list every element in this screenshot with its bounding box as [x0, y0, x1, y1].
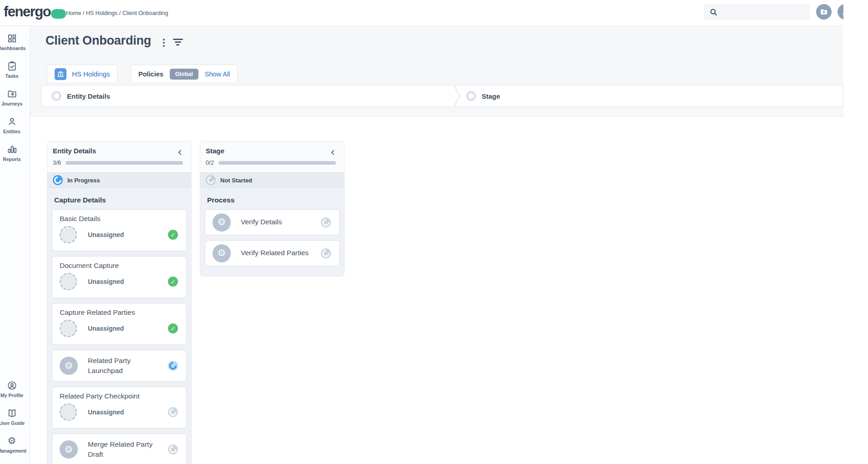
- journeys-icon: [6, 88, 17, 99]
- card-title: Verify Details: [241, 217, 282, 227]
- task-card-related-party-launchpad[interactable]: Related Party Launchpad: [52, 350, 187, 382]
- policies-group: Policies Global Show All: [131, 65, 238, 83]
- step-label: Entity Details: [67, 92, 110, 100]
- bank-icon: [55, 68, 66, 80]
- task-card-capture-related-parties[interactable]: Capture Related Parties Unassigned: [52, 303, 187, 345]
- logo-pill-icon: [51, 9, 66, 19]
- assignee-row: Unassigned: [60, 273, 178, 290]
- app-window: fenergo Home / HS Holdings / Client Onbo…: [0, 0, 843, 464]
- in-progress-status-icon: [168, 361, 178, 371]
- collapse-column-icon[interactable]: [178, 150, 184, 156]
- step-separator-chevron: [453, 85, 461, 107]
- task-card-verify-details[interactable]: Verify Details: [205, 209, 340, 235]
- sidebar-item-tasks[interactable]: Tasks: [0, 61, 24, 79]
- column-status-row: In Progress: [47, 172, 191, 188]
- sidebar-label: Dashboards: [0, 45, 25, 51]
- not-started-status-icon: [321, 248, 331, 258]
- global-search: [704, 4, 809, 20]
- unassigned-avatar[interactable]: [60, 403, 77, 421]
- progress-bar: [66, 161, 183, 165]
- card-title: Merge Related Party Draft: [88, 439, 166, 460]
- assignee-label: Unassigned: [88, 325, 124, 332]
- gear-icon: ⚙: [6, 435, 17, 446]
- task-card-merge-related-party-draft[interactable]: Merge Related Party Draft: [52, 434, 187, 464]
- column-progress: 3/6: [53, 159, 183, 166]
- assignee-label: Unassigned: [88, 409, 124, 416]
- unassigned-avatar[interactable]: [60, 273, 77, 290]
- tasks-icon: [6, 61, 17, 71]
- sidebar-top-group: Dashboards Tasks: [0, 33, 24, 171]
- search-input[interactable]: [720, 5, 807, 19]
- unassigned-avatar[interactable]: [60, 226, 77, 243]
- complete-status-icon: [168, 230, 178, 240]
- progress-count: 3/6: [53, 159, 61, 166]
- assignee-row: Unassigned: [60, 403, 178, 421]
- step-label: Stage: [482, 92, 500, 100]
- user-icon: [841, 8, 843, 16]
- reports-icon: [6, 144, 17, 155]
- sidebar-item-dashboards[interactable]: Dashboards: [0, 33, 24, 51]
- column-title: Stage: [206, 147, 336, 155]
- unassigned-avatar[interactable]: [60, 320, 77, 337]
- profile-icon: [6, 380, 17, 391]
- card-title: Verify Related Parties: [241, 248, 309, 258]
- sidebar-label: Entities: [3, 129, 20, 134]
- sidebar-label: Management: [0, 448, 26, 454]
- sidebar-label: Reports: [3, 156, 21, 162]
- card-title: Related Party Launchpad: [88, 356, 166, 376]
- progress-bar: [218, 161, 336, 165]
- show-all-link[interactable]: Show All: [205, 71, 230, 78]
- sidebar-item-reports[interactable]: Reports: [0, 144, 24, 162]
- entity-column-body: Capture Details Basic Details Unassigned…: [47, 188, 191, 464]
- task-card-verify-related-parties[interactable]: Verify Related Parties: [205, 240, 340, 266]
- sidebar-item-management[interactable]: ⚙ Management: [0, 435, 24, 454]
- entities-icon: [6, 116, 17, 127]
- complete-status-icon: [168, 277, 178, 287]
- sidebar-item-entities[interactable]: Entities: [0, 116, 24, 134]
- entity-chip-hs-holdings[interactable]: HS Holdings: [47, 65, 117, 83]
- stage-column: Stage 0/2 Not Started Process Verify Det…: [200, 141, 345, 277]
- process-gear-icon: [60, 440, 78, 459]
- fenergo-logo[interactable]: fenergo: [4, 4, 66, 20]
- column-title: Entity Details: [53, 147, 183, 155]
- task-card-basic-details[interactable]: Basic Details Unassigned: [52, 209, 187, 251]
- not-started-status-icon: [321, 217, 331, 227]
- not-started-status-icon: [168, 444, 178, 454]
- complete-status-icon: [168, 323, 178, 333]
- column-progress: 0/2: [206, 159, 336, 166]
- user-avatar-button[interactable]: [838, 4, 843, 20]
- logo-text: fenergo: [4, 4, 51, 20]
- dashboards-icon: [6, 33, 17, 44]
- progress-count: 0/2: [206, 159, 214, 166]
- breadcrumb[interactable]: Home / HS Holdings / Client Onboarding: [66, 0, 168, 26]
- in-progress-status-icon: [53, 175, 63, 185]
- section-title: Process: [207, 196, 340, 204]
- step-ring-icon: [51, 91, 61, 101]
- stepper-step-stage[interactable]: Stage: [461, 86, 843, 106]
- assignee-label: Unassigned: [88, 231, 124, 238]
- filter-icon[interactable]: [173, 39, 184, 47]
- collapse-column-icon[interactable]: [330, 150, 337, 156]
- sidebar-item-journeys[interactable]: Journeys: [0, 88, 24, 106]
- policies-global-badge[interactable]: Global: [170, 69, 198, 80]
- sidebar-item-user-guide[interactable]: User Guide: [0, 408, 24, 426]
- assignee-row: Unassigned: [60, 226, 178, 243]
- top-header: fenergo Home / HS Holdings / Client Onbo…: [0, 0, 843, 26]
- card-title: Related Party Checkpoint: [60, 392, 178, 400]
- more-options-icon[interactable]: [162, 38, 166, 48]
- task-card-document-capture[interactable]: Document Capture Unassigned: [52, 256, 187, 298]
- card-title: Capture Related Parties: [60, 308, 178, 317]
- process-gear-icon: [213, 244, 231, 262]
- entity-column-header: Entity Details 3/6: [47, 141, 191, 172]
- add-folder-button[interactable]: [816, 4, 832, 20]
- sidebar-item-my-profile[interactable]: My Profile: [0, 380, 24, 398]
- stage-column-header: Stage 0/2: [200, 141, 344, 172]
- entity-chip-label: HS Holdings: [72, 70, 110, 78]
- sidebar-label: User Guide: [0, 420, 25, 426]
- sidebar-label: Tasks: [5, 73, 19, 79]
- entity-details-column: Entity Details 3/6 In Progress Capture D…: [47, 141, 192, 464]
- task-card-related-party-checkpoint[interactable]: Related Party Checkpoint Unassigned: [52, 387, 187, 429]
- process-gear-icon: [213, 213, 231, 232]
- folder-plus-icon: [820, 8, 828, 16]
- stepper-step-entity-details[interactable]: Entity Details: [41, 86, 453, 106]
